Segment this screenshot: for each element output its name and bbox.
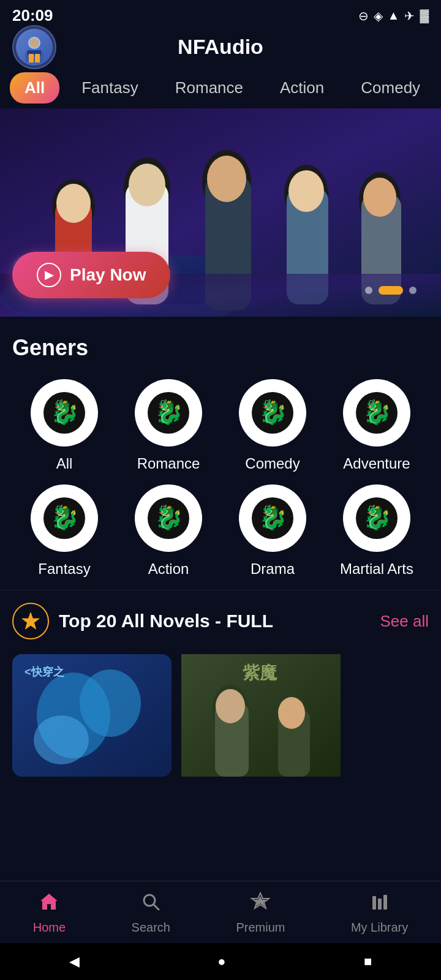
tab-all[interactable]: All <box>10 72 59 104</box>
library-icon <box>369 891 390 917</box>
genres-grid: 🐉 All 🐉 Romance 🐉 Comedy 🐉 Adventure <box>12 379 429 578</box>
tab-fantasy[interactable]: Fantasy <box>67 72 153 104</box>
genre-adventure-label: Adventure <box>343 455 410 472</box>
svg-point-20 <box>288 170 324 212</box>
svg-rect-4 <box>29 54 34 62</box>
genre-romance-icon: 🐉 <box>135 379 202 447</box>
nav-library-label: My Library <box>351 921 408 935</box>
nav-premium[interactable]: Premium <box>236 891 285 935</box>
svg-text:<快穿之: <快穿之 <box>24 665 65 678</box>
genre-fantasy[interactable]: 🐉 Fantasy <box>18 484 110 578</box>
avatar-image <box>16 29 53 66</box>
genre-adventure[interactable]: 🐉 Adventure <box>331 379 423 472</box>
genre-action-label: Action <box>148 560 189 578</box>
play-now-label: Play Now <box>70 265 146 285</box>
svg-text:🐉: 🐉 <box>258 503 288 532</box>
svg-text:🐉: 🐉 <box>154 503 184 532</box>
battery-icon: ▓ <box>420 9 429 23</box>
nav-home-label: Home <box>33 921 66 935</box>
status-bar: 20:09 ⊖ ◈ ▲ ✈ ▓ <box>0 0 441 29</box>
svg-point-52 <box>278 697 305 729</box>
genre-adventure-icon: 🐉 <box>343 379 410 447</box>
dot-3[interactable] <box>409 287 417 294</box>
svg-point-11 <box>56 184 91 223</box>
home-icon <box>39 891 59 917</box>
genre-martial-arts[interactable]: 🐉 Martial Arts <box>331 484 423 578</box>
svg-text:🐉: 🐉 <box>363 503 392 532</box>
genre-all-label: All <box>56 455 73 472</box>
tab-action[interactable]: Action <box>265 72 339 104</box>
tab-romance[interactable]: Romance <box>160 72 258 104</box>
carousel-dots <box>365 286 417 295</box>
nav-premium-label: Premium <box>236 921 285 935</box>
genre-martial-arts-label: Martial Arts <box>340 560 413 578</box>
genre-action[interactable]: 🐉 Action <box>123 484 214 578</box>
dot-2[interactable] <box>379 286 403 295</box>
svg-text:紫魔: 紫魔 <box>243 663 277 682</box>
svg-text:🐉: 🐉 <box>363 398 392 426</box>
tab-comedy[interactable]: Comedy <box>346 72 435 104</box>
dot-1[interactable] <box>365 287 372 294</box>
avatar[interactable] <box>12 25 56 69</box>
svg-point-44 <box>34 715 89 764</box>
svg-point-3 <box>29 38 39 48</box>
svg-text:🐉: 🐉 <box>50 503 80 532</box>
top-novels-title: Top 20 All Novels - FULL <box>59 611 273 631</box>
signal-icon: ◈ <box>374 9 383 23</box>
svg-point-23 <box>363 178 396 217</box>
genre-all-icon: 🐉 <box>31 379 98 447</box>
bottom-nav: Home Search Premium My Library <box>0 881 441 943</box>
svg-rect-5 <box>35 54 40 62</box>
genre-fantasy-icon: 🐉 <box>31 484 98 552</box>
see-all-button[interactable]: See all <box>380 612 429 631</box>
svg-point-17 <box>207 156 246 202</box>
genre-fantasy-label: Fantasy <box>38 560 90 578</box>
genres-title: Geners <box>12 335 429 361</box>
svg-point-43 <box>80 669 141 737</box>
genre-romance-label: Romance <box>137 455 200 472</box>
banner: ▶ Play Now <box>0 108 441 317</box>
genre-drama-icon: 🐉 <box>239 484 306 552</box>
top-novels-header-left: Top 20 All Novels - FULL <box>12 603 273 639</box>
books-row: <快穿之 紫魔 <box>12 654 429 777</box>
genre-comedy[interactable]: 🐉 Comedy <box>227 379 318 472</box>
dnd-icon: ⊖ <box>358 9 369 23</box>
genre-action-icon: 🐉 <box>135 484 202 552</box>
genre-comedy-icon: 🐉 <box>239 379 306 447</box>
genre-romance[interactable]: 🐉 Romance <box>123 379 214 472</box>
genre-all[interactable]: 🐉 All <box>18 379 110 472</box>
play-now-button[interactable]: ▶ Play Now <box>12 252 170 298</box>
nav-search[interactable]: Search <box>132 891 170 935</box>
book-card-1[interactable]: <快穿之 <box>12 654 172 777</box>
svg-line-55 <box>154 905 159 910</box>
svg-rect-59 <box>378 899 382 910</box>
search-icon <box>140 891 161 917</box>
home-button[interactable]: ● <box>217 954 225 970</box>
header: NFAudio <box>0 29 441 67</box>
recents-button[interactable]: ■ <box>364 954 372 970</box>
svg-rect-58 <box>372 896 376 910</box>
star-icon <box>12 603 49 639</box>
back-button[interactable]: ◀ <box>69 954 80 970</box>
svg-point-49 <box>216 689 245 723</box>
genre-drama[interactable]: 🐉 Drama <box>227 484 318 578</box>
genre-drama-label: Drama <box>251 560 295 578</box>
airplane-icon: ✈ <box>404 9 415 23</box>
system-nav: ◀ ● ■ <box>0 943 441 980</box>
premium-icon <box>250 891 271 917</box>
app-title: NFAudio <box>178 35 263 59</box>
svg-point-14 <box>129 164 165 206</box>
play-icon: ▶ <box>37 263 61 287</box>
top-novels-section: Top 20 All Novels - FULL See all <快穿之 <box>0 590 441 783</box>
book-card-2[interactable]: 紫魔 <box>181 654 341 777</box>
wifi-icon: ▲ <box>388 9 400 23</box>
status-time: 20:09 <box>12 6 53 25</box>
status-icons: ⊖ ◈ ▲ ✈ ▓ <box>358 9 429 23</box>
nav-home[interactable]: Home <box>33 891 66 935</box>
genre-martial-arts-icon: 🐉 <box>343 484 410 552</box>
svg-text:🐉: 🐉 <box>258 398 288 426</box>
genre-comedy-label: Comedy <box>245 455 300 472</box>
top-novels-header: Top 20 All Novels - FULL See all <box>12 603 429 639</box>
genres-section: Geners 🐉 All 🐉 Romance 🐉 Comedy 🐉 <box>0 317 441 590</box>
nav-my-library[interactable]: My Library <box>351 891 408 935</box>
